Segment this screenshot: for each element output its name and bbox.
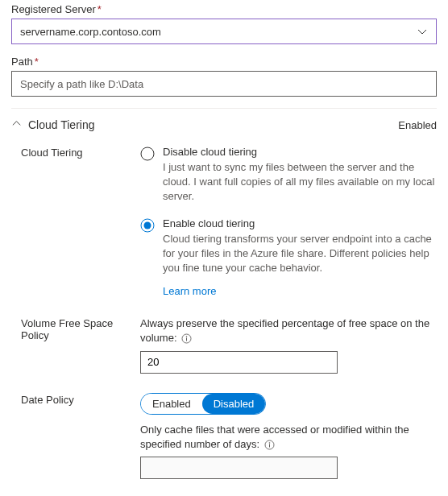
enable-cloud-tiering-radio[interactable] bbox=[140, 218, 155, 233]
date-policy-label: Date Policy bbox=[11, 393, 140, 406]
svg-point-0 bbox=[141, 147, 154, 160]
enable-cloud-tiering-label: Enable cloud tiering bbox=[163, 217, 437, 229]
chevron-up-icon bbox=[11, 118, 22, 131]
cloud-tiering-field-label: Cloud Tiering bbox=[11, 146, 140, 159]
svg-rect-5 bbox=[186, 338, 187, 341]
disable-cloud-tiering-desc: I just want to sync my files between the… bbox=[163, 160, 437, 205]
date-policy-disabled-option[interactable]: Disabled bbox=[202, 394, 266, 414]
svg-point-2 bbox=[144, 221, 151, 229]
svg-rect-8 bbox=[269, 444, 270, 447]
disable-cloud-tiering-radio[interactable] bbox=[140, 147, 155, 161]
enable-cloud-tiering-desc: Cloud tiering transforms your server end… bbox=[163, 232, 437, 276]
date-policy-toggle[interactable]: Enabled Disabled bbox=[140, 393, 266, 415]
date-policy-desc: Only cache files that were accessed or m… bbox=[140, 423, 437, 452]
learn-more-link[interactable]: Learn more bbox=[163, 285, 216, 297]
svg-point-4 bbox=[186, 337, 188, 338]
volume-free-space-input[interactable] bbox=[140, 351, 338, 374]
path-label: Path* bbox=[11, 56, 437, 68]
disable-cloud-tiering-label: Disable cloud tiering bbox=[163, 146, 437, 158]
registered-server-dropdown[interactable]: servername.corp.contoso.com bbox=[11, 19, 437, 44]
date-policy-days-input bbox=[140, 457, 338, 479]
registered-server-value: servername.corp.contoso.com bbox=[20, 26, 161, 38]
registered-server-label: Registered Server* bbox=[11, 3, 437, 15]
svg-point-7 bbox=[268, 442, 270, 444]
cloud-tiering-status: Enabled bbox=[398, 119, 437, 131]
volume-policy-label: Volume Free Space Policy bbox=[11, 316, 140, 341]
info-icon[interactable] bbox=[264, 440, 275, 450]
chevron-down-icon bbox=[417, 26, 428, 37]
info-icon[interactable] bbox=[181, 333, 192, 344]
path-input[interactable] bbox=[11, 71, 437, 97]
volume-policy-desc: Always preserve the specified percentage… bbox=[140, 316, 437, 345]
date-policy-enabled-option[interactable]: Enabled bbox=[141, 394, 202, 414]
cloud-tiering-section-header[interactable]: Cloud Tiering Enabled bbox=[11, 109, 437, 146]
cloud-tiering-title: Cloud Tiering bbox=[28, 118, 95, 131]
